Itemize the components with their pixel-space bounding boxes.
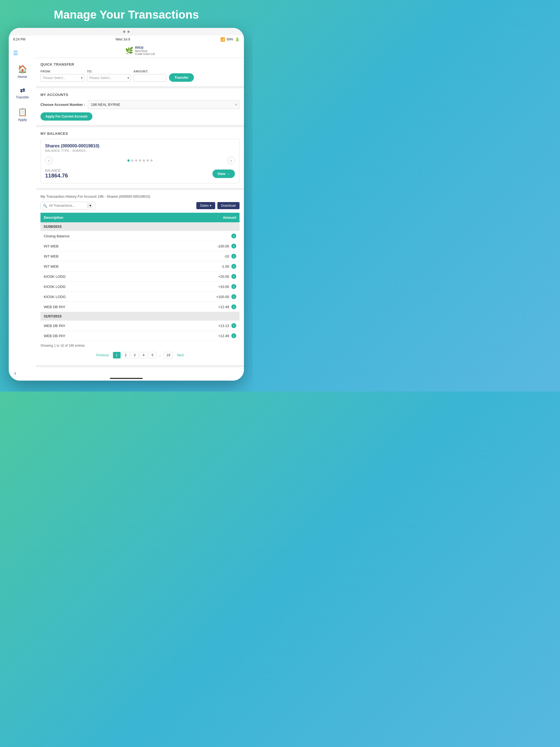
row-desc: WEB DB PAY bbox=[41, 321, 150, 331]
info-icon[interactable]: i bbox=[231, 284, 236, 289]
carousel-dot-1 bbox=[127, 159, 130, 162]
pagination-page-2[interactable]: 2 bbox=[122, 352, 130, 358]
sidebar-item-apply[interactable]: 📋 Apply bbox=[18, 107, 27, 122]
table-header: Description Amount bbox=[41, 213, 239, 222]
date-group-2: 31/07/2015 bbox=[41, 312, 239, 321]
info-cell: -1.00 i bbox=[153, 264, 236, 269]
info-cell: +12.49 i bbox=[153, 333, 236, 338]
pagination-previous[interactable]: Previous bbox=[94, 352, 112, 358]
amount-input[interactable] bbox=[133, 74, 166, 82]
from-select-wrapper: Please Select... bbox=[41, 74, 84, 82]
info-cell: -100.00 i bbox=[153, 243, 236, 249]
pagination-page-4[interactable]: 4 bbox=[140, 352, 148, 358]
carousel-nav: ‹ › bbox=[45, 157, 235, 164]
table-row: INT WEB -1.00 i bbox=[41, 261, 239, 272]
search-dropdown[interactable]: ▾ bbox=[87, 203, 93, 208]
view-button[interactable]: View → bbox=[212, 170, 235, 178]
sidebar-item-transfer[interactable]: ⇄ Transfer bbox=[16, 87, 29, 99]
carousel-dot-5 bbox=[143, 159, 145, 162]
from-select[interactable]: Please Select... bbox=[41, 74, 84, 82]
table-row: WEB DB PAY +13.13 i bbox=[41, 321, 239, 331]
balance-type: BALANCE TYPE : SHARES bbox=[45, 149, 235, 152]
info-icon[interactable]: i bbox=[231, 274, 236, 279]
dates-button[interactable]: Dates ▾ bbox=[196, 202, 215, 209]
my-accounts-title: MY ACCOUNTS bbox=[41, 93, 239, 97]
info-icon[interactable]: i bbox=[231, 294, 236, 299]
info-cell: +20.00 i bbox=[153, 274, 236, 279]
table-row: Closing Balance i bbox=[41, 231, 239, 241]
hamburger-menu[interactable]: ☰ bbox=[13, 50, 18, 56]
to-field-group: TO: Please Select... bbox=[87, 70, 131, 82]
info-icon[interactable]: i bbox=[231, 243, 236, 249]
pagination-page-3[interactable]: 3 bbox=[131, 352, 138, 358]
from-label: FROM: bbox=[41, 70, 84, 73]
col-description: Description bbox=[41, 213, 150, 222]
pagination-page-5[interactable]: 5 bbox=[149, 352, 156, 358]
transfer-button[interactable]: Transfer bbox=[169, 73, 194, 82]
logo-leaf-icon: 🌿 bbox=[125, 47, 133, 54]
info-icon[interactable]: i bbox=[231, 333, 236, 338]
status-day: Wed Jul 8 bbox=[116, 37, 130, 41]
pagination-next[interactable]: Next bbox=[174, 352, 186, 358]
info-icon[interactable]: i bbox=[231, 304, 236, 309]
balance-amount: 11864.76 bbox=[45, 173, 68, 179]
info-cell: +100.00 i bbox=[153, 294, 236, 299]
logo-subtitle: New RossCredit Union Ltd bbox=[135, 50, 155, 55]
wifi-icon: 📶 bbox=[221, 37, 225, 42]
amount-field-group: AMOUNT: bbox=[133, 70, 166, 82]
back-button[interactable]: ‹ bbox=[14, 370, 16, 376]
battery-level: 69% bbox=[227, 37, 233, 41]
home-icon: 🏠 bbox=[18, 65, 27, 74]
row-desc: INT WEB bbox=[41, 241, 150, 251]
info-icon[interactable]: i bbox=[231, 254, 236, 259]
row-amount: -100.00 i bbox=[150, 241, 239, 251]
amount-label: AMOUNT: bbox=[133, 70, 166, 73]
info-cell: +13.13 i bbox=[153, 323, 236, 328]
row-desc: Closing Balance bbox=[41, 231, 150, 241]
info-icon[interactable]: i bbox=[231, 233, 236, 238]
to-select-wrapper: Please Select... bbox=[87, 74, 131, 82]
table-row: KIOSK LODG +100.00 i bbox=[41, 292, 239, 302]
my-balances-section: MY BALANCES Shares (000000-00019810) BAL… bbox=[36, 127, 244, 188]
info-icon[interactable]: i bbox=[231, 264, 236, 269]
transaction-controls: 🔍 ▾ Dates ▾ Download bbox=[41, 202, 239, 209]
carousel-next-button[interactable]: › bbox=[227, 157, 235, 164]
table-row: WEB DB PAY +12.49 i bbox=[41, 302, 239, 312]
sidebar-apply-label: Apply bbox=[18, 118, 27, 122]
to-select[interactable]: Please Select... bbox=[87, 74, 131, 82]
table-row-date: 31/07/2015 bbox=[41, 312, 239, 321]
search-input[interactable] bbox=[49, 204, 86, 208]
download-button[interactable]: Download bbox=[218, 202, 239, 209]
device-frame: 8:24 PM Wed Jul 8 📶 69% 🔋 ☰ 🏠 Home ⇄ Tra… bbox=[9, 28, 244, 381]
logo-name: nrcu bbox=[135, 45, 155, 50]
transfer-fields: FROM: Please Select... TO: Please Select… bbox=[41, 70, 239, 82]
table-row-date: 01/08/2015 bbox=[41, 222, 239, 231]
balance-card-title: Shares (000000-00019810) bbox=[45, 144, 235, 149]
pagination-page-1[interactable]: 1 bbox=[113, 352, 121, 358]
pagination-last-page[interactable]: 19 bbox=[163, 352, 173, 358]
pagination-ellipsis: ... bbox=[157, 353, 162, 357]
status-bar: 8:24 PM Wed Jul 8 📶 69% 🔋 bbox=[9, 35, 244, 43]
carousel-dot-3 bbox=[135, 159, 137, 162]
page-title: Manage Your Transactions bbox=[54, 8, 199, 21]
row-desc: WEB DB PAY bbox=[41, 331, 150, 341]
my-accounts-section: MY ACCOUNTS Choose Account Number : 198 … bbox=[36, 88, 244, 125]
table-body: 01/08/2015 Closing Balance i bbox=[41, 222, 239, 341]
balance-footer: BALANCE : 11864.76 View → bbox=[45, 169, 235, 179]
device-top bbox=[9, 28, 244, 35]
carousel-dot-7 bbox=[150, 159, 153, 162]
row-amount: i bbox=[150, 231, 239, 241]
apply-current-account-button[interactable]: Apply For Current Account bbox=[41, 112, 93, 121]
row-amount: +20.00 i bbox=[150, 272, 239, 282]
info-icon[interactable]: i bbox=[231, 323, 236, 328]
battery-icon: 🔋 bbox=[235, 37, 239, 42]
account-select[interactable]: 198 NEAL BYRNE bbox=[88, 100, 239, 109]
sidebar-item-home[interactable]: 🏠 Home bbox=[18, 65, 27, 79]
quick-transfer-title: QUICK TRANSFER bbox=[41, 62, 239, 67]
device-dot-left bbox=[123, 31, 125, 33]
quick-transfer-section: QUICK TRANSFER FROM: Please Select... TO… bbox=[36, 58, 244, 86]
carousel-dots bbox=[53, 159, 227, 162]
row-desc: WEB DB PAY bbox=[41, 302, 150, 312]
from-field-group: FROM: Please Select... bbox=[41, 70, 84, 82]
carousel-prev-button[interactable]: ‹ bbox=[45, 157, 53, 164]
